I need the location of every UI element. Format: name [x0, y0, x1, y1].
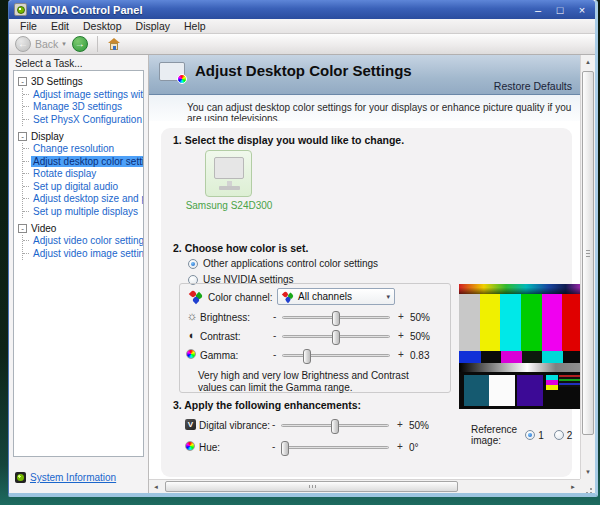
monitor-icon [214, 157, 244, 179]
color-channel-label: Color channel: [208, 292, 272, 303]
sidebar-item-adjust-desktop-size-and-position[interactable]: Adjust desktop size and position [23, 193, 143, 206]
slider-thumb-hue[interactable] [281, 441, 289, 456]
display-selector-samsung[interactable] [205, 150, 252, 197]
scroll-up-icon[interactable]: ▲ [581, 55, 595, 69]
sidebar-item-label[interactable]: Adjust desktop color settings [31, 156, 144, 167]
slider-minus-label: - [273, 330, 276, 341]
slider-row-digital-vibrance: VDigital vibrance:-+50% [179, 416, 451, 435]
scroll-right-icon[interactable]: ► [566, 480, 580, 493]
menu-item-help[interactable]: Help [177, 20, 213, 32]
sidebar-item-set-up-digital-audio[interactable]: Set up digital audio [23, 180, 143, 193]
sidebar-item-label[interactable]: Change resolution [31, 143, 116, 154]
window-title: NVIDIA Control Panel [31, 4, 530, 16]
menu-item-edit[interactable]: Edit [44, 20, 76, 32]
horizontal-scroll-thumb[interactable] [165, 481, 458, 492]
scroll-down-icon[interactable]: ▼ [581, 465, 595, 479]
sidebar-item-label[interactable]: Adjust image settings with preview [31, 89, 144, 100]
radio-icon-selected[interactable] [188, 259, 198, 269]
toolbar: ← Back ▾ → [9, 34, 595, 55]
toolbar-separator [97, 36, 98, 52]
sidebar-item-adjust-image-settings-with-preview[interactable]: Adjust image settings with preview [23, 88, 143, 101]
slider-thumb-digital-vibrance[interactable] [331, 419, 339, 434]
color-settings-box: Color channel: All channels ▾ ☼Brightnes… [179, 283, 451, 393]
radio-other-applications[interactable]: Other applications control color setting… [188, 258, 378, 269]
collapse-icon[interactable]: - [18, 224, 27, 233]
sidebar-item-label[interactable]: Set up multiple displays [31, 206, 140, 217]
reference-image-option-2[interactable]: 2 [554, 430, 573, 441]
restore-defaults-link[interactable]: Restore Defaults [494, 80, 572, 92]
sidebar-item-label[interactable]: Set PhysX Configuration [31, 114, 144, 125]
sidebar-item-label[interactable]: Set up digital audio [31, 181, 120, 192]
task-sidebar: Select a Task... -3D SettingsAdjust imag… [9, 55, 149, 493]
slider-thumb-contrast[interactable] [332, 330, 340, 345]
slider-track-contrast[interactable] [282, 335, 390, 338]
vertical-scrollbar[interactable]: ▲ ▼ [580, 55, 595, 479]
scroll-left-icon[interactable]: ◄ [149, 480, 163, 493]
menu-item-desktop[interactable]: Desktop [76, 20, 129, 32]
sidebar-item-label[interactable]: Rotate display [31, 168, 98, 179]
horizontal-scrollbar[interactable]: ◄ ► [149, 479, 580, 493]
menubar: FileEditDesktopDisplayHelp [9, 19, 595, 34]
radio-icon[interactable] [525, 430, 535, 440]
rgb-dot-icon [177, 74, 187, 84]
maximize-button[interactable]: □ [552, 3, 568, 17]
slider-track-brightness[interactable] [282, 316, 390, 319]
home-icon[interactable] [107, 38, 121, 50]
settings-content: 1. Select the display you would like to … [149, 121, 580, 479]
system-information-link[interactable]: System Information [30, 472, 116, 483]
sidebar-item-rotate-display[interactable]: Rotate display [23, 168, 143, 181]
sidebar-item-set-up-multiple-displays[interactable]: Set up multiple displays [23, 205, 143, 218]
tree-category-display[interactable]: Display [31, 131, 64, 142]
section1-heading: 1. Select the display you would like to … [173, 134, 404, 146]
tree-category-video[interactable]: Video [31, 223, 56, 234]
back-history-caret-icon[interactable]: ▾ [62, 40, 66, 48]
slider-value-digital-vibrance: 50% [409, 420, 429, 431]
gamma-icon [186, 349, 196, 359]
minimize-button[interactable]: – [530, 3, 546, 17]
sidebar-item-label[interactable]: Adjust desktop size and position [31, 193, 144, 204]
slider-thumb-gamma[interactable] [303, 349, 311, 364]
forward-button[interactable]: → [72, 36, 88, 52]
enhancement-sliders: VDigital vibrance:-+50%Hue:-+0° [179, 416, 451, 460]
vertical-scroll-thumb[interactable] [582, 71, 594, 435]
collapse-icon[interactable]: - [18, 132, 27, 141]
close-button[interactable]: × [574, 3, 590, 17]
sidebar-item-label[interactable]: Adjust video image settings [31, 248, 144, 259]
sidebar-item-label[interactable]: Adjust video color settings [31, 235, 144, 246]
radio-icon[interactable] [554, 430, 564, 440]
sidebar-item-adjust-video-color-settings[interactable]: Adjust video color settings [23, 235, 143, 248]
slider-track-gamma[interactable] [282, 354, 390, 357]
sidebar-item-change-resolution[interactable]: Change resolution [23, 143, 143, 156]
slider-label: Contrast: [200, 331, 241, 342]
slider-plus-label: + [398, 330, 404, 341]
back-button[interactable]: ← [15, 36, 31, 52]
slider-value-hue: 0° [409, 442, 419, 453]
slider-track-hue[interactable] [281, 446, 389, 449]
page-banner: Adjust Desktop Color Settings Restore De… [149, 55, 580, 95]
slider-plus-label: + [397, 441, 403, 452]
slider-track-digital-vibrance[interactable] [281, 424, 389, 427]
slider-row-gamma: Gamma:-+0.83 [180, 346, 450, 365]
menu-item-file[interactable]: File [13, 20, 44, 32]
sidebar-item-set-physx-configuration[interactable]: Set PhysX Configuration [23, 113, 143, 126]
tree-category-3d-settings[interactable]: 3D Settings [31, 76, 83, 87]
forward-arrow-icon: → [75, 39, 85, 49]
color-channel-dropdown[interactable]: All channels ▾ [277, 288, 395, 305]
sidebar-item-adjust-desktop-color-settings[interactable]: Adjust desktop color settings [23, 155, 143, 168]
reference-image-option-1[interactable]: 1 [525, 430, 544, 441]
resize-grip[interactable] [580, 479, 595, 493]
collapse-icon[interactable]: - [18, 77, 27, 86]
sidebar-item-adjust-video-image-settings[interactable]: Adjust video image settings [23, 247, 143, 260]
menu-item-display[interactable]: Display [129, 20, 177, 32]
slider-thumb-brightness[interactable] [332, 311, 340, 326]
sidebar-item-manage-3d-settings[interactable]: Manage 3D settings [23, 101, 143, 114]
slider-minus-label: - [272, 419, 275, 430]
reference-option-label: 2 [567, 430, 573, 441]
slider-plus-label: + [398, 311, 404, 322]
app-window: NVIDIA Control Panel – □ × FileEditDeskt… [8, 0, 598, 497]
back-button-label: Back [35, 38, 58, 50]
color-bars [459, 294, 580, 351]
sidebar-item-label[interactable]: Manage 3D settings [31, 101, 124, 112]
titlebar[interactable]: NVIDIA Control Panel – □ × [9, 0, 595, 19]
contrast-icon: ◐ [186, 329, 198, 341]
